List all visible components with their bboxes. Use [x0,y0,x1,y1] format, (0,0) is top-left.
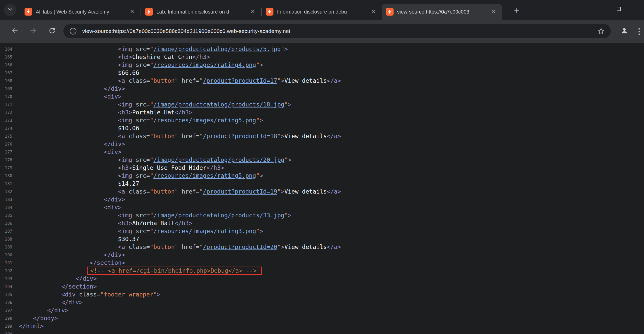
line-number: 183 [0,196,15,204]
code-line: </div> [15,140,125,148]
code-tag: </h3> [192,54,210,60]
code-attribute: href= [178,188,199,195]
code-tag: <img [118,62,132,68]
code-tag: <div> [104,204,121,211]
code-string: " [277,188,281,195]
code-line: </div> [15,251,125,259]
line-number: 165 [0,53,15,61]
code-string: " [256,62,260,68]
source-line: 181 $14.27 [0,180,644,188]
source-link[interactable]: /image/productcatalog/products/33.jpg [153,212,284,219]
profile-avatar-button[interactable] [617,24,631,38]
portswigger-favicon-icon [266,8,273,16]
code-tag: </a> [327,244,341,250]
code-string: "button" [150,77,178,84]
source-link[interactable]: /resources/images/rating3.png [153,228,256,234]
tab-close-icon[interactable]: × [128,7,136,16]
line-number: 175 [0,132,15,140]
source-lines: 164 <img src="/image/productcatalog/prod… [0,45,644,334]
window-minimize-button[interactable] [588,2,603,17]
plus-icon: + [514,5,520,16]
code-tag: <div> [104,149,121,155]
code-tag: </html> [19,323,44,329]
code-tag: </div> [104,196,125,203]
source-line: 187 <img src="/resources/images/rating3.… [0,227,644,235]
window-maximize-button[interactable] [611,2,626,17]
code-attribute: src= [132,172,150,179]
source-line: 198 </body> [0,314,644,322]
minimize-icon [592,6,599,13]
line-number: 180 [0,172,15,180]
line-number: 197 [0,306,15,314]
browser-menu-button[interactable]: ⋮ [634,24,644,38]
code-string: "button" [150,244,178,250]
source-link[interactable]: /resources/images/rating4.png [153,62,256,68]
reload-button[interactable] [45,24,59,38]
bookmark-star-icon[interactable] [597,27,605,35]
tab-1[interactable]: All labs | Web Security Academy× [20,4,141,20]
code-line: <img src="/image/productcatalog/products… [15,156,291,164]
omnibox[interactable]: view-source:https://0a7e00c0030e588c804d… [63,24,611,38]
source-link[interactable]: /product?productId=18 [203,133,277,139]
tab-title: Information disclosure on debu [277,9,367,15]
back-button[interactable] [8,24,22,38]
source-link[interactable]: /product?productId=19 [203,188,277,195]
debug-comment-highlight-box: <!-- <a href=/cgi-bin/phpinfo.php>Debug<… [87,267,262,275]
new-tab-button[interactable]: + [511,5,523,17]
code-line [15,330,19,334]
tab-search-button[interactable] [4,4,16,16]
code-line: $10.06 [15,124,139,132]
tab-strip: All labs | Web Security Academy×Lab: Inf… [0,0,644,20]
line-number: 174 [0,124,15,132]
code-line: </section> [15,259,125,267]
code-text: AbZorba Ball [132,220,175,226]
tab-4[interactable]: view-source:https://0a7e00c003× [382,4,502,20]
tab-close-icon[interactable]: × [248,7,257,16]
line-number: 177 [0,148,15,156]
tab-close-icon[interactable]: × [369,7,378,16]
source-link[interactable]: /product?productId=17 [203,77,277,84]
code-attribute: src= [132,212,150,219]
code-string: "button" [150,188,178,195]
code-line: <img src="/image/productcatalog/products… [15,211,291,219]
source-link[interactable]: /image/productcatalog/products/18.jpg [153,101,284,108]
code-tag: > [281,244,284,250]
code-text: Cheshire Cat Grin [132,54,192,60]
line-number: 199 [0,322,15,330]
code-tag: > [284,46,288,52]
code-tag: <div [61,291,75,298]
source-line: 166 <img src="/resources/images/rating4.… [0,61,644,69]
tab-title: All labs | Web Security Academy [36,9,126,15]
url-text[interactable]: view-source:https://0a7e00c0030e588c804d… [82,28,290,34]
source-link[interactable]: /resources/images/rating5.png [153,172,256,179]
source-link[interactable]: /image/productcatalog/products/5.jpg [153,46,281,52]
source-link[interactable]: /resources/images/rating5.png [153,117,256,124]
code-tag: </div> [76,275,97,282]
source-line: 186 <h3>AbZorba Ball</h3> [0,219,644,227]
line-number: 182 [0,188,15,196]
tab-close-icon[interactable]: × [489,7,498,16]
source-link[interactable]: /product?productId=20 [203,244,277,250]
source-link[interactable]: /image/productcatalog/products/20.jpg [153,157,284,163]
line-number: 170 [0,93,15,101]
forward-button[interactable] [26,24,40,38]
browser-window: All labs | Web Security Academy×Lab: Inf… [0,0,644,334]
line-number: 188 [0,235,15,243]
line-number: 190 [0,251,15,259]
code-text: Portable Hat [132,109,175,116]
code-tag: </div> [47,307,68,314]
code-text: View details [284,188,327,195]
tab-2[interactable]: Lab: Information disclosure on d× [141,4,261,20]
tab-3[interactable]: Information disclosure on debu× [262,4,382,20]
code-line: <div class="footer-wrapper"> [15,291,160,299]
page-info-icon[interactable] [69,27,77,35]
line-number: 176 [0,140,15,148]
code-string: " [150,157,153,163]
code-tag: </section> [90,259,125,266]
code-line: <a class="button" href="/product?product… [15,243,341,251]
code-tag: <img [118,212,132,219]
code-tag: <a [118,188,125,195]
code-line: <div> [15,93,122,101]
reload-icon [48,27,56,36]
code-line: </div> [15,85,125,93]
